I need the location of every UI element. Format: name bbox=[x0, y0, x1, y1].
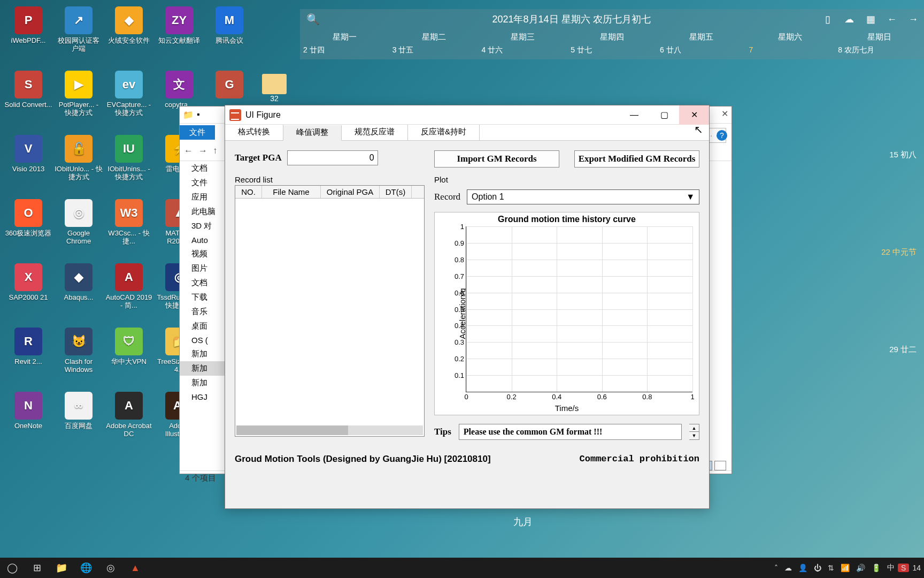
desktop-icon[interactable]: ◆火绒安全软件 bbox=[104, 4, 154, 69]
import-gm-button[interactable]: Import GM Records bbox=[434, 150, 559, 168]
desktop-folder[interactable]: 32 bbox=[262, 74, 287, 103]
taskview-icon[interactable]: ⊞ bbox=[25, 558, 49, 578]
tree-item[interactable]: 新加 bbox=[180, 361, 228, 376]
record-list-table[interactable]: NO.File NameOriginal PGADT(s) bbox=[235, 185, 425, 437]
back-icon[interactable]: ← bbox=[881, 14, 903, 25]
tray-person-icon[interactable]: 👤 bbox=[795, 564, 811, 572]
help-icon[interactable]: ? bbox=[717, 130, 727, 141]
desktop-icon[interactable]: PiWebPDF... bbox=[3, 4, 53, 69]
calendar-cell[interactable]: 5 廿七 bbox=[567, 44, 657, 59]
tree-item[interactable]: OS ( bbox=[180, 333, 228, 347]
desktop-icon[interactable]: ↗校园网认证客户端 bbox=[53, 4, 104, 69]
desktop-icon[interactable]: 🔓IObitUnlo... - 快捷方式 bbox=[53, 133, 104, 197]
calendar-cell[interactable]: 6 廿八 bbox=[657, 44, 746, 59]
chrome-icon[interactable]: ◎ bbox=[98, 558, 123, 578]
tray-clock[interactable]: 14 bbox=[909, 564, 924, 572]
tray-chevron-icon[interactable]: ˄ bbox=[771, 564, 781, 572]
column-header[interactable]: Original PGA bbox=[321, 186, 380, 198]
tree-item[interactable]: 此电脑 bbox=[180, 204, 228, 219]
column-header[interactable]: NO. bbox=[235, 186, 262, 198]
start-icon[interactable]: ◯ bbox=[0, 558, 25, 578]
tab[interactable]: 峰值调整 bbox=[283, 125, 342, 141]
desktop-icon[interactable]: ▶PotPlayer... - 快捷方式 bbox=[53, 69, 104, 133]
desktop-icon[interactable]: ◎Google Chrome bbox=[53, 197, 104, 261]
nav-fwd-icon[interactable]: → bbox=[198, 146, 207, 156]
desktop-icon[interactable]: O360极速浏览器 bbox=[3, 197, 53, 261]
desktop-icon[interactable]: IUIObitUnins... - 快捷方式 bbox=[104, 133, 154, 197]
desktop-icon[interactable]: XSAP2000 21 bbox=[3, 261, 53, 325]
explorer-icon[interactable]: 📁 bbox=[49, 558, 74, 578]
nav-back-icon[interactable]: ← bbox=[184, 146, 193, 156]
tree-item[interactable]: 3D 对 bbox=[180, 219, 228, 233]
desktop-icon[interactable]: ◆Abaqus... bbox=[53, 261, 104, 325]
folder-icon[interactable]: 📁 bbox=[183, 110, 194, 120]
calendar-cell[interactable]: 2 廿四 bbox=[300, 44, 389, 59]
tray-usb-icon[interactable]: ⇅ bbox=[825, 564, 837, 572]
calendar-cell[interactable]: 7 bbox=[746, 44, 835, 59]
desktop-icon[interactable]: AAdobe Acrobat DC bbox=[104, 390, 154, 454]
tree-item[interactable]: 音乐 bbox=[180, 305, 228, 319]
ui-figure-window[interactable]: UI Figure — ▢ ✕ 格式转换峰值调整规范反应谱反应谱&持时 Targ… bbox=[225, 105, 710, 509]
window-titlebar[interactable]: UI Figure — ▢ ✕ bbox=[225, 105, 709, 125]
explorer-tree[interactable]: 文档文件应用此电脑3D 对Auto视频图片文档下载音乐桌面OS (新加新加新加H… bbox=[180, 161, 228, 470]
tab[interactable]: 反应谱&持时 bbox=[408, 125, 480, 140]
close-icon[interactable]: ✕ bbox=[721, 109, 728, 119]
calendar-cell[interactable]: 8 农历七月 bbox=[835, 44, 924, 59]
column-header[interactable]: File Name bbox=[262, 186, 321, 198]
tray-wifi-icon[interactable]: 📶 bbox=[837, 564, 853, 572]
desktop-icon[interactable]: M腾讯会议 bbox=[204, 4, 255, 69]
desktop-icon[interactable]: RRevit 2... bbox=[3, 325, 53, 390]
tree-item[interactable]: HGJ bbox=[180, 390, 228, 404]
desktop-icon[interactable]: AAutoCAD 2019 - 简... bbox=[104, 261, 154, 325]
grid-icon[interactable]: ▦ bbox=[860, 13, 881, 25]
tray-cloud-icon[interactable]: ☁ bbox=[781, 564, 795, 572]
phone-icon[interactable]: ▯ bbox=[817, 13, 838, 25]
calendar-cell[interactable]: 4 廿六 bbox=[478, 44, 567, 59]
check-icon[interactable]: ▪ bbox=[197, 110, 200, 120]
desktop-icon[interactable]: NOneNote bbox=[3, 390, 53, 454]
desktop-icon[interactable]: VVisio 2013 bbox=[3, 133, 53, 197]
tree-item[interactable]: 应用 bbox=[180, 190, 228, 204]
tips-spinner[interactable]: ▲▼ bbox=[689, 424, 699, 440]
tree-item[interactable]: 视频 bbox=[180, 247, 228, 261]
desktop-icon[interactable]: W3W3Csc... - 快捷... bbox=[104, 197, 154, 261]
tray-volume-icon[interactable]: 🔊 bbox=[853, 564, 868, 572]
tree-item[interactable]: 文档 bbox=[180, 161, 228, 176]
tree-item[interactable]: 新加 bbox=[180, 347, 228, 361]
tray-power-icon[interactable]: ⏻ bbox=[811, 564, 825, 572]
tree-item[interactable]: Auto bbox=[180, 233, 228, 247]
tree-item[interactable]: 文档 bbox=[180, 276, 228, 290]
tab-bar[interactable]: 格式转换峰值调整规范反应谱反应谱&持时 bbox=[225, 125, 709, 141]
desktop-icon[interactable]: evEVCapture... - 快捷方式 bbox=[104, 69, 154, 133]
tree-item[interactable]: 下载 bbox=[180, 290, 228, 305]
file-tab[interactable]: 文件 bbox=[180, 125, 215, 140]
desktop-icon[interactable]: ∞百度网盘 bbox=[53, 390, 104, 454]
cloud-icon[interactable]: ☁ bbox=[838, 13, 860, 25]
taskbar[interactable]: ◯ ⊞ 📁 🌐 ◎ ▲ ˄ ☁ 👤 ⏻ ⇅ 📶 🔊 🔋 中 S 14 bbox=[0, 558, 924, 578]
close-button[interactable]: ✕ bbox=[679, 105, 709, 125]
target-pga-input[interactable] bbox=[287, 150, 378, 165]
tree-item[interactable]: 新加 bbox=[180, 376, 228, 390]
minimize-button[interactable]: — bbox=[619, 105, 649, 125]
tree-item[interactable]: 文件 bbox=[180, 176, 228, 190]
matlab-icon[interactable]: ▲ bbox=[123, 558, 148, 578]
tab[interactable]: 规范反应谱 bbox=[342, 125, 408, 140]
record-select[interactable]: Option 1 ▼ bbox=[467, 189, 699, 204]
tree-item[interactable]: 图片 bbox=[180, 261, 228, 276]
column-header[interactable]: DT(s) bbox=[380, 186, 412, 198]
view-large-icon[interactable] bbox=[714, 461, 726, 470]
tree-item[interactable]: 桌面 bbox=[180, 319, 228, 333]
calendar-cell[interactable]: 3 廿五 bbox=[389, 44, 479, 59]
nav-up-icon[interactable]: ↑ bbox=[213, 146, 218, 156]
desktop-icon[interactable]: 😺Clash for Windows bbox=[53, 325, 104, 390]
maximize-button[interactable]: ▢ bbox=[649, 105, 679, 125]
desktop-icon[interactable]: SSolid Convert... bbox=[3, 69, 53, 133]
export-gm-button[interactable]: Export Modified GM Records bbox=[574, 150, 699, 168]
search-icon[interactable]: 🔍 bbox=[300, 13, 326, 26]
tray-ime-icon[interactable]: 中 bbox=[884, 563, 898, 573]
edge-icon[interactable]: 🌐 bbox=[74, 558, 98, 578]
desktop-icon[interactable]: ZY知云文献翻译 bbox=[154, 4, 204, 69]
forward-icon[interactable]: → bbox=[903, 14, 924, 25]
tray-sogou-icon[interactable]: S bbox=[898, 564, 909, 572]
tab[interactable]: 格式转换 bbox=[225, 125, 283, 140]
